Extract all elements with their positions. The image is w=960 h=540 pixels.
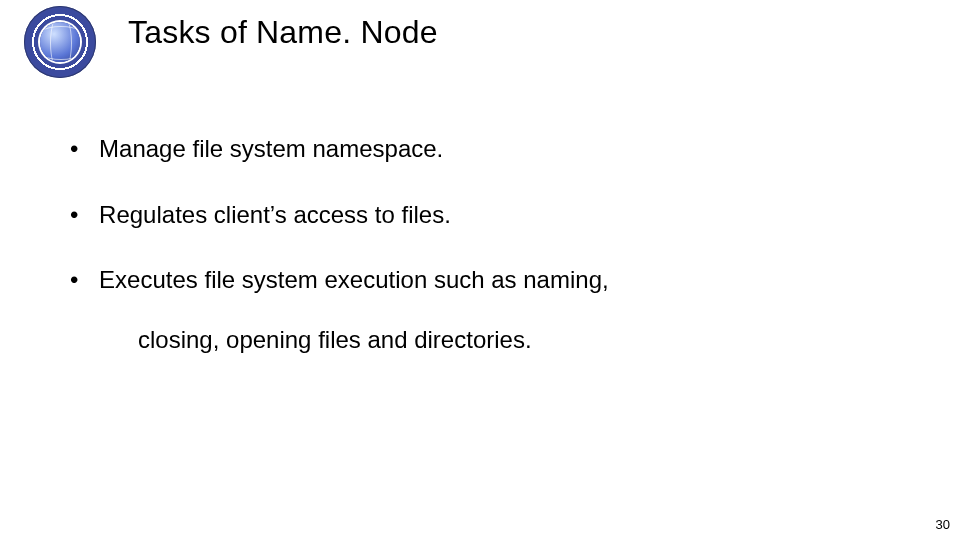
- bullet-list: Manage file system namespace. Regulates …: [70, 132, 900, 388]
- page-number: 30: [936, 517, 950, 532]
- university-seal-logo: [24, 6, 96, 78]
- list-item: Executes file system execution such as n…: [70, 263, 900, 356]
- bullet-text: Regulates client’s access to files.: [99, 201, 451, 228]
- list-item: Manage file system namespace.: [70, 132, 900, 166]
- bullet-text: Manage file system namespace.: [99, 135, 443, 162]
- bullet-text: Executes file system execution such as n…: [99, 266, 609, 293]
- seal-icon: [24, 6, 96, 78]
- slide-title: Tasks of Name. Node: [128, 14, 438, 51]
- list-item: Regulates client’s access to files.: [70, 198, 900, 232]
- globe-icon: [40, 22, 80, 62]
- bullet-text-continuation: closing, opening files and directories.: [104, 323, 900, 357]
- slide: Tasks of Name. Node Manage file system n…: [0, 0, 960, 540]
